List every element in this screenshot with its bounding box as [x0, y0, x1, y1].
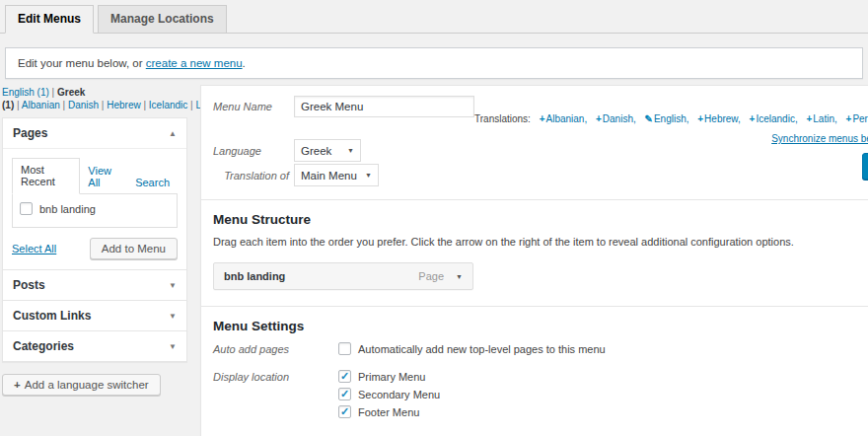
secondary-menu-checkbox[interactable]: ✓: [338, 388, 351, 400]
translation-add-latin[interactable]: +Latin,: [806, 113, 836, 124]
language-separator: |: [49, 87, 57, 98]
menu-structure-description: Drag each item into the order you prefer…: [213, 236, 868, 248]
translation-label: Hebrew,: [704, 113, 741, 124]
auto-add-checkbox[interactable]: ✓: [338, 342, 351, 355]
translation-edit-english[interactable]: ✎English,: [645, 113, 689, 124]
plus-icon: +: [596, 113, 602, 124]
select-all-link[interactable]: Select All: [12, 243, 56, 254]
custom-links-panel-header[interactable]: Custom Links ▼: [3, 301, 186, 330]
tab-most-recent[interactable]: Most Recent: [12, 158, 80, 194]
translation-label: Albanian,: [546, 113, 588, 124]
translation-of-select[interactable]: Main Menu ▼: [294, 164, 379, 186]
language-link-icelandic[interactable]: Icelandic: [141, 100, 188, 110]
add-to-menu-button[interactable]: Add to Menu: [90, 238, 178, 259]
menu-settings-section: Menu Settings Auto add pages ✓ Automatic…: [201, 307, 868, 436]
check-icon: ✓: [340, 389, 349, 400]
menu-item-label: bnb landing: [224, 270, 285, 282]
primary-menu-label: Primary Menu: [358, 371, 425, 383]
translation-add-albanian[interactable]: +Albanian,: [540, 113, 588, 124]
menu-name-input[interactable]: [294, 96, 474, 117]
language-filter-line1: English (1) | Greek: [2, 86, 201, 99]
plus-icon: +: [846, 113, 852, 124]
language-select[interactable]: Greek ▼: [294, 139, 361, 162]
menu-item-bnb-landing[interactable]: bnb landing Page ▼: [213, 262, 473, 290]
chevron-up-icon[interactable]: ▲: [169, 129, 177, 138]
menu-structure-title: Menu Structure: [213, 212, 868, 227]
chevron-down-icon[interactable]: ▼: [169, 342, 177, 351]
display-location-row: Display location ✓ Primary Menu ✓ Second…: [213, 370, 868, 423]
chevron-down-icon[interactable]: ▼: [456, 273, 463, 280]
notice-text: Edit your menu below, or: [18, 57, 146, 69]
translation-of-label: Translation of: [208, 170, 294, 182]
translations-label: Translations:: [474, 113, 531, 124]
translation-label: Persian,: [852, 113, 868, 124]
translation-label: Latin,: [813, 113, 836, 124]
translation-of-select-value: Main Menu: [301, 170, 357, 182]
language-select-value: Greek: [301, 145, 331, 157]
tab-manage-locations[interactable]: Manage Locations: [98, 5, 227, 34]
plus-icon: +: [14, 379, 21, 391]
menu-item-type: Page ▼: [418, 270, 463, 282]
categories-panel: Categories ▼: [2, 330, 187, 362]
translation-add-danish[interactable]: +Danish,: [596, 113, 636, 124]
add-language-switcher-button[interactable]: +Add a language switcher: [2, 374, 161, 396]
language-link-hebrew[interactable]: Hebrew: [99, 100, 141, 110]
auto-add-pages-row: Auto add pages ✓ Automatically add new t…: [213, 342, 868, 360]
plus-icon: +: [540, 113, 545, 124]
chevron-down-icon[interactable]: ▼: [169, 281, 177, 290]
auto-add-option-label: Automatically add new top-level pages to…: [358, 343, 606, 355]
translation-add-hebrew[interactable]: +Hebrew,: [697, 113, 741, 124]
menu-name-label: Menu Name: [213, 101, 294, 112]
page-list-item: ✓ bnb landing: [20, 202, 170, 215]
menu-settings-column: English (1) | Greek (1)AlbanianDanishHeb…: [2, 85, 187, 396]
add-language-switcher-label: Add a language switcher: [25, 379, 149, 391]
pages-checklist: ✓ bnb landing: [12, 193, 178, 228]
page-item-label: bnb landing: [39, 203, 96, 215]
synchronize-menus-link[interactable]: Synchronize menus between languages.: [771, 133, 868, 144]
translations-row: Translations: +Albanian, +Danish, ✎Engli…: [474, 113, 868, 124]
plus-icon: +: [697, 113, 703, 124]
display-location-options: ✓ Primary Menu ✓ Secondary Menu ✓ Footer…: [338, 370, 440, 423]
create-new-menu-link[interactable]: create a new menu: [146, 57, 243, 69]
translation-add-icelandic[interactable]: +Icelandic,: [750, 113, 798, 124]
language-row: Language Greek ▼: [213, 139, 474, 162]
menu-name-header: Menu Name Language Greek ▼ Translation o…: [201, 86, 868, 200]
menu-structure-section: Menu Structure Drag each item into the o…: [201, 200, 868, 307]
chevron-down-icon[interactable]: ▼: [169, 312, 177, 321]
language-current-count: (1): [2, 100, 14, 110]
plus-icon: +: [806, 113, 812, 124]
menu-item-type-label: Page: [418, 270, 444, 282]
menu-name-row: Menu Name: [213, 96, 474, 117]
check-icon: ✓: [340, 371, 349, 382]
custom-links-panel: Custom Links ▼: [2, 300, 187, 331]
page-item-checkbox[interactable]: ✓: [20, 202, 33, 215]
location-option-primary: ✓ Primary Menu: [338, 370, 440, 383]
notice-banner: Edit your menu below, or create a new me…: [5, 47, 863, 79]
translation-label: Danish,: [603, 113, 636, 124]
tab-search[interactable]: Search: [127, 172, 178, 194]
language-link-latin[interactable]: Latin: [187, 100, 201, 110]
language-link-albanian[interactable]: Albanian: [14, 100, 60, 110]
menus-admin-page: Edit Menus Manage Locations Edit your me…: [0, 0, 868, 436]
pages-panel: Pages ▲ Most Recent View All Search ✓ bn…: [2, 117, 187, 270]
posts-panel-header[interactable]: Posts ▼: [3, 270, 186, 300]
tab-view-all[interactable]: View All: [80, 160, 127, 194]
footer-menu-label: Footer Menu: [358, 406, 419, 418]
edit-pencil-icon: ✎: [645, 113, 653, 124]
nav-tab-bar: Edit Menus Manage Locations: [0, 0, 868, 34]
pages-tabs: Most Recent View All Search: [12, 158, 178, 194]
tab-edit-menus[interactable]: Edit Menus: [5, 5, 94, 34]
language-link-english[interactable]: English (1): [2, 87, 49, 98]
custom-links-panel-title: Custom Links: [13, 309, 91, 323]
translation-label: Icelandic,: [756, 113, 797, 124]
categories-panel-header[interactable]: Categories ▼: [3, 331, 186, 361]
menu-management-panel: Menu Name Language Greek ▼ Translation o…: [200, 85, 868, 436]
translation-add-persian[interactable]: +Persian,: [846, 113, 868, 124]
save-menu-button-top[interactable]: Save Menu: [862, 153, 868, 180]
categories-panel-title: Categories: [13, 339, 74, 353]
secondary-menu-label: Secondary Menu: [358, 389, 440, 400]
language-link-danish[interactable]: Danish: [60, 100, 99, 110]
pages-panel-header[interactable]: Pages ▲: [3, 118, 186, 148]
primary-menu-checkbox[interactable]: ✓: [338, 370, 351, 383]
footer-menu-checkbox[interactable]: ✓: [338, 405, 351, 418]
